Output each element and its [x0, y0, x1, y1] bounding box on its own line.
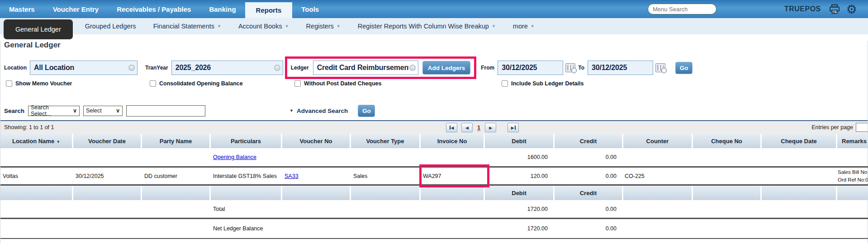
- net-ledger-balance-row: Net Ledger Balance 1720.00 0.00: [0, 219, 868, 239]
- tranyear-input[interactable]: [171, 61, 283, 75]
- subnav-item-register-reports-column-breakup[interactable]: Register Reports With Column Wise Breaku…: [349, 23, 504, 30]
- consolidated-opening-balance-checkbox[interactable]: [150, 80, 156, 87]
- cell-empty: [622, 148, 692, 166]
- pagination-bar: Showing: 1 to 1 of 1 ◀ ◀ 1 ▶ ▶ Entries p…: [0, 120, 868, 134]
- cell-voucher-no: SA33: [281, 166, 350, 186]
- cell-empty: [72, 148, 141, 166]
- header-particulars[interactable]: Particulars: [209, 134, 281, 148]
- brand-logo: TRUEPOS: [784, 5, 821, 13]
- entries-per-page-input[interactable]: [856, 123, 868, 132]
- subnav-item-account-books[interactable]: Account Books ▼: [230, 23, 298, 30]
- subnav-label: more: [513, 23, 528, 30]
- cell-voucher-type: Sales: [350, 166, 419, 186]
- from-date-input[interactable]: [498, 61, 563, 75]
- header-debit[interactable]: Debit: [484, 134, 553, 148]
- cell-empty: [836, 219, 868, 239]
- cell-empty: [350, 186, 419, 200]
- topnav-item-masters[interactable]: Masters: [0, 0, 44, 18]
- cell-debit: 120.00: [484, 166, 553, 186]
- header-voucher-date[interactable]: Voucher Date: [72, 134, 141, 148]
- last-page-button[interactable]: ▶: [508, 123, 519, 132]
- search-row: Search Search Select... ∨ Select ∨ ▼ Adv…: [4, 105, 868, 117]
- header-cheque-date[interactable]: Cheque Date: [760, 134, 836, 148]
- topnav-item-banking[interactable]: Banking: [200, 0, 245, 18]
- printer-icon[interactable]: [829, 4, 840, 14]
- subnav-item-registers[interactable]: Registers ▼: [298, 23, 349, 30]
- search-text-input[interactable]: [126, 105, 205, 117]
- header-party-name[interactable]: Party Name: [141, 134, 209, 148]
- header-voucher-type[interactable]: Voucher Type: [350, 134, 419, 148]
- ledger-label: Ledger: [291, 65, 309, 71]
- ledger-field-wrap: [313, 61, 418, 75]
- cell-empty: [760, 200, 836, 219]
- cell-cheque-no: [692, 166, 760, 186]
- tranyear-label: TranYear: [145, 65, 168, 71]
- subnav-item-more[interactable]: more ▼: [504, 23, 543, 30]
- header-cheque-no[interactable]: Cheque No: [692, 134, 760, 148]
- to-date-input[interactable]: [588, 61, 653, 75]
- show-memo-voucher-checkbox[interactable]: [6, 80, 12, 87]
- select-value: Search Select...: [31, 104, 70, 117]
- subnav-item-general-ledger[interactable]: General Ledger: [4, 19, 73, 39]
- cell-counter: CO-225: [622, 166, 692, 186]
- subnav-label: Account Books: [238, 23, 282, 30]
- include-sub-ledger-details-checkbox[interactable]: [502, 80, 508, 87]
- general-ledger-report: General Ledger Location TranYear Ledger …: [0, 41, 868, 243]
- next-page-button[interactable]: ▶: [485, 123, 496, 132]
- filter-go-button[interactable]: Go: [675, 62, 693, 74]
- header-voucher-no[interactable]: Voucher No: [281, 134, 350, 148]
- subnav-item-financial-statements[interactable]: Financial Statements ▼: [145, 23, 230, 30]
- subnav-label: Registers: [306, 23, 334, 30]
- menu-search-input[interactable]: [648, 4, 716, 14]
- calendar-icon[interactable]: [565, 63, 575, 72]
- advanced-search-toggle[interactable]: ▼ Advanced Search: [289, 107, 348, 114]
- cell-credit: 0.00: [553, 148, 622, 166]
- opening-balance-row: Opening Balance 1600.00 0.00: [0, 148, 868, 166]
- cell-empty: [419, 186, 484, 200]
- table-header-row: Location Name▼ Voucher Date Party Name P…: [0, 134, 868, 148]
- report-sub-nav: General Ledger Grouped Ledgers Financial…: [0, 18, 868, 34]
- page-number-link[interactable]: 1: [477, 125, 480, 131]
- topnav-item-tools[interactable]: Tools: [292, 0, 328, 18]
- header-invoice-no[interactable]: Invoice No: [419, 134, 484, 148]
- tranyear-field-wrap: [171, 61, 283, 75]
- cell-empty: [692, 200, 760, 219]
- last-page-icon: [515, 126, 516, 130]
- cell-empty: [281, 186, 350, 200]
- caret-down-icon: ▼: [217, 24, 221, 28]
- subnav-item-grouped-ledgers[interactable]: Grouped Ledgers: [76, 23, 145, 30]
- opening-balance-link[interactable]: Opening Balance: [213, 154, 256, 160]
- topnav-item-receivables-payables[interactable]: Receivables / Payables: [108, 0, 200, 18]
- topnav-item-reports[interactable]: Reports: [245, 2, 293, 18]
- checkbox-label: Include Sub Ledger Details: [511, 80, 583, 87]
- first-page-button[interactable]: ◀: [446, 123, 457, 132]
- voucher-no-link[interactable]: SA33: [285, 173, 299, 179]
- cell-empty: [141, 186, 209, 200]
- checkbox-label: Without Post Dated Cheques: [304, 80, 381, 87]
- first-page-icon: [450, 126, 451, 130]
- caret-down-icon: ▼: [531, 24, 535, 28]
- ledger-input[interactable]: [313, 61, 418, 75]
- pager: ◀ ◀ 1 ▶ ▶: [446, 123, 519, 132]
- cell-credit: 0.00: [553, 200, 622, 219]
- search-operator-select[interactable]: Select ∨: [83, 106, 123, 116]
- search-go-button[interactable]: Go: [358, 105, 375, 117]
- header-counter[interactable]: Counter: [622, 134, 692, 148]
- header-location-name[interactable]: Location Name▼: [0, 134, 72, 148]
- ledger-highlight-box: Ledger Add Ledgers: [285, 56, 477, 79]
- cell-empty: [622, 186, 692, 200]
- calendar-icon[interactable]: [655, 63, 665, 72]
- gear-icon[interactable]: ⚙: [846, 3, 857, 15]
- cell-location-name: Voltas: [0, 166, 72, 186]
- ring-icon: [409, 65, 416, 71]
- topnav-item-voucher-entry[interactable]: Voucher Entry: [44, 0, 108, 18]
- add-ledgers-button[interactable]: Add Ledgers: [422, 61, 471, 75]
- prev-page-button[interactable]: ◀: [461, 123, 473, 132]
- search-column-select[interactable]: Search Select... ∨: [28, 106, 80, 116]
- header-remarks[interactable]: Remarks: [836, 134, 868, 148]
- header-credit[interactable]: Credit: [553, 134, 622, 148]
- subheader-debit: Debit: [484, 186, 553, 200]
- location-input[interactable]: [30, 61, 138, 75]
- without-post-dated-cheques-checkbox[interactable]: [294, 80, 301, 87]
- cell-empty: [281, 219, 350, 239]
